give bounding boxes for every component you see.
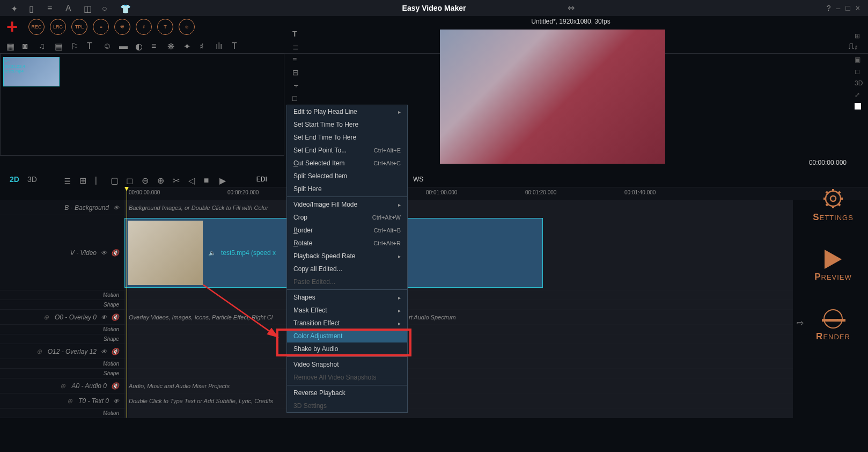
menu-mask[interactable]: Mask Effect▸ bbox=[287, 304, 407, 317]
tshirt-icon[interactable]: 👕 bbox=[120, 4, 129, 12]
track-ov0-content[interactable]: Overlay Videos, Images, Icons, Particle … bbox=[124, 310, 793, 324]
music-icon[interactable]: ♫ bbox=[39, 41, 47, 50]
menu-transition[interactable]: Transition Effect▸ bbox=[287, 317, 407, 330]
smile-icon[interactable]: ☺ bbox=[103, 41, 112, 50]
screen-icon[interactable]: ▣ bbox=[855, 56, 865, 63]
grid-view-icon[interactable]: ⊞ bbox=[79, 176, 87, 183]
track-video-content[interactable]: 🔈 test5.mp4 (speed x r) bbox=[124, 215, 793, 290]
eye-icon[interactable]: 👁 bbox=[113, 398, 119, 404]
menu-fill-mode[interactable]: Video/Image Fill Mode▸ bbox=[287, 198, 407, 211]
prev-icon[interactable]: ◁ bbox=[188, 176, 196, 183]
search-icon[interactable]: ○ bbox=[102, 4, 111, 12]
tab-2d[interactable]: 2D bbox=[10, 175, 19, 184]
list2-icon[interactable]: ≡ bbox=[151, 41, 160, 50]
menu-speed[interactable]: Playback Speed Rate▸ bbox=[287, 250, 407, 263]
mute-icon[interactable]: 🔇 bbox=[111, 348, 119, 355]
media-clip[interactable]: V:1 00:01:23.4 test5.mp4 bbox=[3, 57, 60, 86]
menu-reverse[interactable]: Reverse Playback bbox=[287, 387, 407, 399]
menu-set-end[interactable]: Set End Time To Here bbox=[287, 131, 407, 144]
rec-button[interactable]: REC bbox=[28, 19, 45, 35]
tab-3d[interactable]: 3D bbox=[27, 175, 37, 184]
grid-icon[interactable]: ▦ bbox=[6, 41, 15, 50]
menu-color-adjustment[interactable]: Color Adjustment bbox=[287, 330, 407, 342]
window-icon[interactable]: ◻ bbox=[855, 68, 865, 75]
menu-split-here[interactable]: Split Here bbox=[287, 183, 407, 195]
ruler-icon[interactable]: ⊟ bbox=[292, 68, 303, 77]
eye-icon[interactable]: 👁 bbox=[101, 348, 107, 355]
list-button[interactable]: ≡ bbox=[93, 19, 109, 35]
cut-icon[interactable]: ✂ bbox=[173, 176, 180, 183]
menu-snapshot[interactable]: Video Snapshot bbox=[287, 358, 407, 371]
add-track-button[interactable]: ⊕ bbox=[58, 382, 67, 390]
3d-icon[interactable]: 3D bbox=[855, 79, 865, 87]
menu-border[interactable]: BorderCtrl+Alt+B bbox=[287, 224, 407, 237]
eye-icon[interactable]: 👁 bbox=[101, 250, 107, 256]
text-button[interactable]: T bbox=[157, 19, 173, 35]
menu-crop[interactable]: CropCtrl+Alt+W bbox=[287, 211, 407, 224]
eye-icon[interactable]: 👁 bbox=[113, 205, 119, 211]
preview-video[interactable] bbox=[440, 30, 665, 164]
expand-icon[interactable]: ⊞ bbox=[855, 32, 865, 40]
menu-copy-edited[interactable]: Copy all Edited... bbox=[287, 263, 407, 275]
maximize-button[interactable]: □ bbox=[845, 4, 850, 12]
snap-icon[interactable]: ◻ bbox=[126, 176, 134, 183]
stop2-icon[interactable] bbox=[855, 103, 861, 110]
mute-icon[interactable]: 🔇 bbox=[111, 314, 119, 321]
person-button[interactable]: ☺ bbox=[179, 19, 195, 35]
panels-icon[interactable]: ◫ bbox=[84, 4, 92, 12]
close-button[interactable]: × bbox=[856, 4, 860, 12]
lrc-button[interactable]: LRC bbox=[50, 19, 66, 35]
camera-icon[interactable]: ◙ bbox=[23, 41, 31, 50]
tune-button[interactable]: ♯ bbox=[136, 19, 152, 35]
compass-icon[interactable]: A bbox=[65, 4, 74, 12]
align-icon[interactable]: ≣ bbox=[292, 42, 303, 51]
settings-button[interactable]: SETTINGS bbox=[813, 188, 854, 223]
timeline-ruler[interactable]: 00:00:00.000 00:00:20.000 00:01:00.000 0… bbox=[124, 187, 868, 200]
mute-icon[interactable]: 🔇 bbox=[111, 249, 119, 257]
flower-button[interactable]: ❋ bbox=[114, 19, 130, 35]
help-button[interactable]: ? bbox=[827, 4, 831, 12]
marker-icon[interactable]: ⚐ bbox=[71, 41, 79, 50]
add-button[interactable]: + bbox=[6, 16, 18, 38]
bars-icon[interactable]: ılı bbox=[216, 41, 224, 50]
puzzle-icon[interactable]: ✦ bbox=[183, 41, 192, 50]
chart-icon[interactable]: ⫟ bbox=[292, 81, 303, 90]
type-icon[interactable]: T bbox=[87, 41, 95, 50]
t-icon[interactable]: T bbox=[232, 41, 240, 50]
menu-shake[interactable]: Shake by Audio bbox=[287, 342, 407, 355]
add-track-button[interactable]: ⊕ bbox=[42, 314, 50, 321]
menu-bars-icon[interactable]: ≡ bbox=[47, 4, 56, 12]
swap-icon[interactable]: ⤢ bbox=[855, 91, 865, 99]
play-icon[interactable]: ▶ bbox=[219, 176, 227, 183]
bookmark-icon[interactable]: ▯ bbox=[29, 4, 38, 12]
zoom-in-icon[interactable]: ⊕ bbox=[157, 176, 165, 183]
playhead[interactable] bbox=[127, 187, 127, 418]
preview-button[interactable]: PREVIEW bbox=[814, 250, 852, 282]
track-icon[interactable]: ♯ bbox=[855, 44, 865, 52]
sharp-icon[interactable]: ♯ bbox=[200, 41, 208, 50]
frame-icon[interactable]: ▢ bbox=[111, 176, 118, 183]
list-view-icon[interactable]: ≣ bbox=[64, 176, 71, 183]
snow-icon[interactable]: ❋ bbox=[167, 41, 176, 50]
render-button[interactable]: ▬▬▬ RENDER bbox=[816, 309, 850, 342]
menu-edit-playhead[interactable]: Edit to Play Head Line▸ bbox=[287, 105, 407, 118]
export-arrow-icon[interactable]: ⇨ bbox=[797, 318, 804, 328]
minimize-button[interactable]: – bbox=[836, 4, 841, 12]
menu-set-start[interactable]: Set Start Time To Here bbox=[287, 118, 407, 131]
menu-shapes[interactable]: Shapes▸ bbox=[287, 291, 407, 304]
contrast-icon[interactable]: ◐ bbox=[135, 41, 144, 50]
mute-icon[interactable]: 🔇 bbox=[111, 382, 119, 390]
add-track-button[interactable]: ⊕ bbox=[65, 397, 74, 405]
zoom-out-icon[interactable]: ⊖ bbox=[142, 176, 149, 183]
menu-split-selected[interactable]: Split Selected Item bbox=[287, 170, 407, 183]
tpl-button[interactable]: TPL bbox=[71, 19, 87, 35]
film-icon[interactable]: ▤ bbox=[55, 41, 63, 50]
eye-icon[interactable]: 👁 bbox=[101, 314, 107, 320]
add-track-button[interactable]: ⊕ bbox=[35, 348, 43, 355]
menu-cut[interactable]: CCut Selected Itemut Selected ItemCtrl+A… bbox=[287, 157, 407, 170]
menu-set-endpoint[interactable]: Set End Point To...Ctrl+Alt+E bbox=[287, 144, 407, 157]
box-icon[interactable]: □ bbox=[292, 94, 303, 103]
text-tool-icon[interactable]: T bbox=[292, 30, 303, 38]
stop-icon[interactable]: ■ bbox=[204, 176, 211, 183]
menu-rotate[interactable]: RotateCtrl+Alt+R bbox=[287, 237, 407, 250]
